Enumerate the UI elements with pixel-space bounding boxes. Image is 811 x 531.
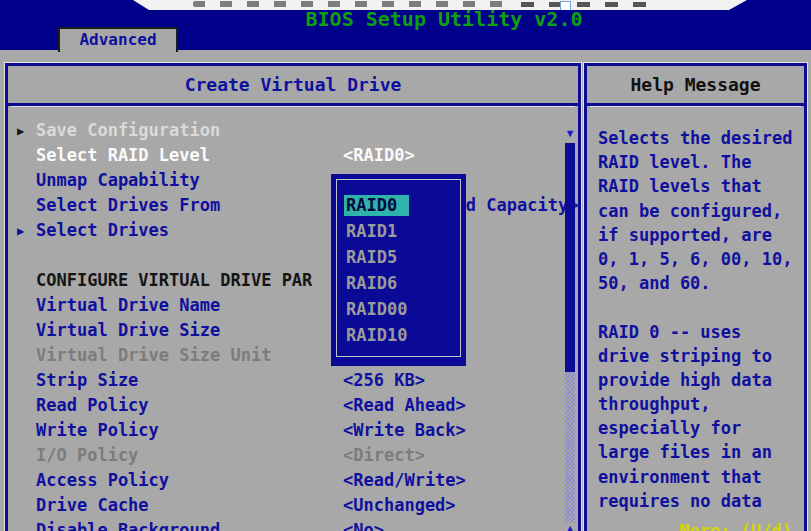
dropdown-option-label: RAID00	[346, 299, 407, 320]
help-line: drive striping to	[598, 344, 802, 368]
item-label: Unmap Capability	[36, 168, 200, 193]
item-label: Disable Background	[36, 518, 220, 531]
item-value: <Unchanged>	[343, 493, 456, 518]
help-line: RAID 0 -- uses	[598, 320, 802, 344]
settings-row	[8, 243, 578, 268]
scrollbar-thumb[interactable]	[565, 143, 575, 372]
item-label: Strip Size	[36, 368, 138, 393]
item-label: I/O Policy	[36, 443, 138, 468]
window-toolbar-fragment	[133, 0, 747, 10]
scroll-down-icon[interactable]: ▼	[564, 128, 576, 139]
settings-row[interactable]: ▶ Save Configuration	[8, 118, 578, 143]
help-panel: Help Message Selects the desiredRAID lev…	[584, 63, 807, 531]
settings-row[interactable]: I/O Policy <Direct>	[8, 443, 578, 468]
help-text: Selects the desiredRAID level. TheRAID l…	[598, 106, 802, 531]
item-label: Write Policy	[36, 418, 159, 443]
settings-panel: Create Virtual Drive ▶ Save Configuratio…	[5, 63, 581, 531]
settings-row[interactable]: Drive Cache <Unchanged>	[8, 493, 578, 518]
settings-row[interactable]: Virtual Drive Size	[8, 318, 578, 343]
tab-advanced[interactable]: Advanced	[58, 27, 178, 52]
toolbar-icons-fragment	[521, 2, 651, 7]
settings-row[interactable]: CONFIGURE VIRTUAL DRIVE PAR	[8, 268, 578, 293]
settings-row[interactable]: Access Policy <Read/Write>	[8, 468, 578, 493]
settings-row[interactable]: ▶ Select Drives	[8, 218, 578, 243]
item-label: Select Drives	[36, 218, 169, 243]
dropdown-option-label: RAID6	[346, 273, 397, 294]
item-value: <Direct>	[343, 443, 425, 468]
item-label: Select RAID Level	[36, 143, 210, 168]
settings-row[interactable]: Unmap Capability	[8, 168, 578, 193]
help-line	[598, 295, 802, 319]
scrollbar[interactable]: ▼ ▲	[564, 106, 576, 531]
item-arrow-icon: ▶	[17, 119, 24, 144]
settings-row[interactable]: Select Drives From <Unconfigured Capacit…	[8, 193, 578, 218]
settings-row[interactable]: Virtual Drive Size Unit	[8, 343, 578, 368]
dropdown-option-label: RAID1	[346, 221, 397, 242]
dropdown-option[interactable]: RAID10	[337, 322, 460, 348]
item-label: Read Policy	[36, 393, 149, 418]
item-label: Virtual Drive Size	[36, 318, 220, 343]
help-line: 50, and 60.	[598, 271, 802, 295]
item-arrow-icon: ▶	[17, 219, 24, 244]
help-line: can be configured,	[598, 199, 802, 223]
bios-title: BIOS Setup Utility v2.0	[77, 7, 811, 31]
item-label: CONFIGURE VIRTUAL DRIVE PAR	[36, 268, 312, 293]
item-value: <Read Ahead>	[343, 393, 466, 418]
settings-row[interactable]: Strip Size <256 KB>	[8, 368, 578, 393]
settings-row[interactable]: Write Policy <Write Back>	[8, 418, 578, 443]
item-label: Select Drives From	[36, 193, 220, 218]
item-label: Access Policy	[36, 468, 169, 493]
settings-list: ▶ Save Configuration Select RAID Level <…	[8, 106, 578, 531]
settings-row[interactable]: Disable Background <No>	[8, 518, 578, 531]
help-more-indicator: More: (U/d)	[679, 521, 792, 531]
dropdown-option[interactable]: RAID5	[337, 244, 460, 270]
item-value: <No>	[343, 518, 384, 531]
dropdown-option[interactable]: RAID1	[337, 218, 460, 244]
raid-level-options: RAID0 RAID1 RAID5 RAID6 RAID00 RAID10	[336, 179, 461, 357]
help-line: throughput,	[598, 392, 802, 416]
help-line: especially for	[598, 416, 802, 440]
help-line: RAID levels that	[598, 174, 802, 198]
help-line: requires no data	[598, 489, 802, 513]
settings-row[interactable]: Read Policy <Read Ahead>	[8, 393, 578, 418]
item-value: <Write Back>	[343, 418, 466, 443]
help-line: environment that	[598, 465, 802, 489]
dropdown-option[interactable]: RAID00	[337, 296, 460, 322]
settings-row[interactable]: Virtual Drive Name	[8, 293, 578, 318]
item-value: <Read/Write>	[343, 468, 466, 493]
toolbar-icon-fragment	[560, 1, 571, 11]
dropdown-option-label: RAID0	[344, 195, 409, 216]
dropdown-option-label: RAID5	[346, 247, 397, 268]
help-line: large files in an	[598, 440, 802, 464]
scroll-up-icon[interactable]: ▲	[564, 523, 576, 531]
dropdown-option-label: RAID10	[346, 325, 407, 346]
help-line: RAID level. The	[598, 150, 802, 174]
toolbar-icons-fragment	[193, 1, 513, 7]
item-label: Save Configuration	[36, 118, 220, 143]
item-label: Drive Cache	[36, 493, 149, 518]
help-panel-title: Help Message	[587, 66, 804, 106]
help-line: Selects the desired	[598, 126, 802, 150]
item-value: <256 KB>	[343, 368, 425, 393]
settings-row[interactable]: Select RAID Level <RAID0>	[8, 143, 578, 168]
raid-level-dropdown: RAID0 RAID1 RAID5 RAID6 RAID00 RAID10	[331, 174, 466, 366]
help-line: 0, 1, 5, 6, 00, 10,	[598, 247, 802, 271]
dropdown-option[interactable]: RAID0	[337, 192, 460, 218]
panel-title: Create Virtual Drive	[8, 66, 578, 106]
item-label: Virtual Drive Size Unit	[36, 343, 271, 368]
help-line: if supported, are	[598, 223, 802, 247]
help-line: provide high data	[598, 368, 802, 392]
item-value: <RAID0>	[343, 143, 415, 168]
bios-screen: BIOS Setup Utility v2.0 Advanced Create …	[0, 0, 811, 531]
item-label: Virtual Drive Name	[36, 293, 220, 318]
dropdown-option[interactable]: RAID6	[337, 270, 460, 296]
